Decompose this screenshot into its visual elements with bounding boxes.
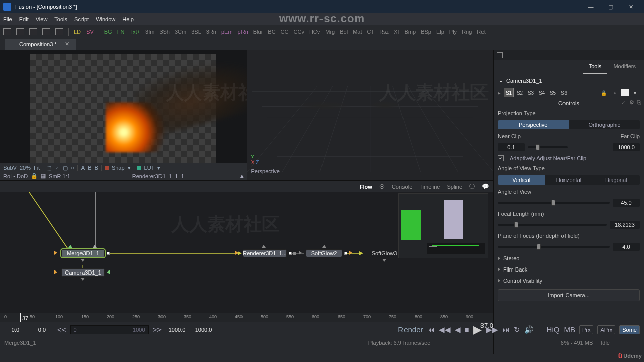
chevron-down-icon[interactable]: ▾ (630, 88, 640, 97)
play-back-button[interactable]: ◀ (455, 325, 461, 334)
loop-button[interactable]: ↻ (514, 325, 520, 334)
v1-menu-icon[interactable]: ▴ (240, 173, 244, 179)
v1-lock-icon[interactable]: 🔒 (31, 173, 38, 179)
control-visibility-disclosure[interactable]: Control Visibility (494, 275, 644, 286)
gear-icon[interactable]: ⚙ (629, 99, 634, 106)
tab-console[interactable]: Console (392, 184, 412, 190)
menu-help[interactable]: Help (122, 16, 134, 22)
tool-bol[interactable]: Bol (340, 29, 348, 35)
layout-icon-5[interactable] (55, 28, 63, 35)
opt-perspective[interactable]: Perspective (498, 120, 569, 129)
tool-pem[interactable]: pEm (221, 29, 233, 35)
v1-chevron-down-icon[interactable]: ▾ (128, 165, 131, 171)
tool-hcv[interactable]: HCv (309, 29, 320, 35)
v1-snap[interactable]: Snap (112, 165, 125, 171)
lock-icon[interactable]: 🔒 (599, 88, 609, 97)
menu-tools[interactable]: Tools (54, 16, 67, 22)
tool-ccv[interactable]: CCv (294, 29, 304, 35)
slot-s3[interactable]: S3 (526, 88, 536, 97)
menu-window[interactable]: Window (96, 16, 115, 22)
stereo-disclosure[interactable]: Stereo (494, 253, 644, 264)
plane-of-focus-slider[interactable] (498, 246, 610, 248)
node-renderer3d[interactable]: Renderer3D1_1... (243, 249, 287, 257)
stop-button[interactable]: ■ (465, 325, 469, 334)
layout-icon-4[interactable] (42, 28, 50, 35)
tab-spline[interactable]: Spline (447, 184, 462, 190)
current-time[interactable]: 0.0 (31, 327, 53, 333)
tool-bg[interactable]: BG (104, 29, 112, 35)
v1-tool-icon[interactable]: ⬚ (46, 165, 51, 171)
opt-diagonal[interactable]: Diagonal (593, 175, 640, 185)
v1-chevron-down-icon-2[interactable]: ▾ (157, 165, 160, 171)
pin-icon[interactable] (497, 52, 503, 58)
hiq-toggle[interactable]: HiQ (547, 325, 560, 334)
v1-roi-dod[interactable]: RoI • DoD (3, 173, 28, 179)
near-clip-value[interactable]: 0.1 (498, 143, 525, 151)
import-camera-button[interactable]: Import Camera... (498, 289, 640, 301)
tab-modifiers[interactable]: Modifiers (607, 60, 642, 74)
v1-grid-icon[interactable]: ▦ (41, 173, 46, 179)
v1-mode[interactable]: SubV (3, 165, 17, 171)
first-frame-button[interactable]: ⏮ (427, 325, 435, 334)
step-back-button[interactable]: << (57, 325, 66, 334)
tool-mat[interactable]: Mat (353, 29, 362, 35)
v1-smr[interactable]: SmR 1:1 (49, 173, 70, 179)
branch-icon[interactable]: ⟋ (621, 99, 626, 106)
flow-navigator[interactable] (398, 193, 488, 258)
tool-blur[interactable]: Blur (253, 29, 263, 35)
slot-s5[interactable]: S5 (548, 88, 558, 97)
minimize-button[interactable]: — (581, 0, 601, 13)
prev-key-button[interactable]: ◀◀ (439, 325, 451, 334)
close-button[interactable]: ✕ (621, 0, 641, 13)
tool-bsp[interactable]: BSp (421, 29, 431, 35)
layout-icon-1[interactable] (3, 28, 11, 35)
tool-fn[interactable]: FN (117, 29, 125, 35)
film-back-disclosure[interactable]: Film Back (494, 264, 644, 275)
range-out[interactable]: 1000.0 (166, 327, 188, 333)
viewer-left[interactable]: 人人素材社区 SubV 20% Fit ⬚ ⟋ ▢ ○ A B B (0, 50, 247, 180)
tool-3im[interactable]: 3Im (145, 29, 154, 35)
node-merge3d[interactable]: Merge3D1_1 (61, 249, 105, 257)
layout-icon-3[interactable] (29, 28, 37, 35)
slot-s1[interactable]: S1 (504, 88, 514, 97)
tool-sv[interactable]: SV (86, 29, 94, 35)
node-softglow3[interactable]: SoftGlow3 (366, 249, 403, 257)
tool-3cm[interactable]: 3Cm (175, 29, 186, 35)
tool-3rn[interactable]: 3Rn (206, 29, 216, 35)
aprx-toggle[interactable]: APrx (597, 325, 615, 334)
prx-toggle[interactable]: Prx (579, 325, 594, 334)
v1-square-icon[interactable]: ▢ (63, 165, 68, 171)
tab-flow[interactable]: Flow (360, 184, 372, 190)
menu-edit[interactable]: Edit (19, 16, 29, 22)
plane-of-focus-value[interactable]: 4.0 (613, 243, 640, 251)
far-clip-value[interactable]: 1000.0 (613, 143, 640, 151)
tool-rct[interactable]: Rct (477, 29, 486, 35)
adapt-checkbox[interactable] (498, 155, 504, 161)
square-icon[interactable]: ▫ (610, 88, 620, 97)
collapse-icon[interactable]: ⌄ (499, 77, 503, 84)
tool-3sh[interactable]: 3Sh (159, 29, 170, 35)
tool-3sl[interactable]: 3SL (191, 29, 201, 35)
clip-slider[interactable] (528, 146, 568, 148)
time-ruler[interactable]: 0501001502002503003504004505005506006507… (0, 313, 493, 322)
slot-s2[interactable]: S2 (515, 88, 525, 97)
tool-prn[interactable]: pRn (238, 29, 248, 35)
focal-length-value[interactable]: 18.2123 (610, 221, 640, 229)
axis-gizmo[interactable]: Y XZ (251, 154, 259, 165)
v1-b[interactable]: B (95, 165, 98, 171)
tab-composition[interactable]: Composition3 * ✕ (5, 39, 76, 50)
tab-tools[interactable]: Tools (583, 60, 608, 74)
chat-icon[interactable]: 💬 (482, 183, 489, 190)
v1-a[interactable]: A (81, 165, 85, 171)
slot-s6[interactable]: S6 (559, 88, 569, 97)
tool-bmp[interactable]: Bmp (405, 29, 416, 35)
mb-toggle[interactable]: MB (564, 325, 575, 334)
flow-view[interactable]: Merge3D1_1 Camera3D1_1 Renderer3D1_1... (0, 192, 493, 313)
focal-length-slider[interactable] (498, 224, 607, 226)
slot-s4[interactable]: S4 (537, 88, 547, 97)
range-in[interactable]: 0.0 (4, 327, 27, 333)
tab-timeline[interactable]: Timeline (419, 184, 440, 190)
tool-ct[interactable]: CT (367, 29, 374, 35)
tool-mrg[interactable]: Mrg (325, 29, 335, 35)
tool-cc[interactable]: CC (281, 29, 289, 35)
